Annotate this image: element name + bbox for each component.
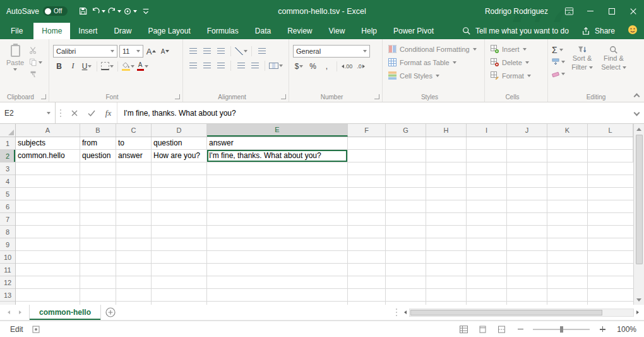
col-header-F[interactable]: F [348, 124, 386, 137]
tab-formulas[interactable]: Formulas [199, 23, 247, 39]
percent-style-button[interactable]: % [307, 60, 319, 72]
row-header-9[interactable]: 9 [0, 238, 15, 251]
col-header-H[interactable]: H [426, 124, 467, 137]
scroll-right-button[interactable] [636, 310, 639, 314]
tab-help[interactable]: Help [353, 23, 385, 39]
cell-L1[interactable] [588, 137, 633, 150]
col-header-A[interactable]: A [16, 124, 80, 137]
cell-J2[interactable] [507, 150, 547, 162]
alignment-dialog-launcher[interactable] [281, 94, 286, 99]
row-header-13[interactable]: 13 [0, 289, 15, 302]
fill-color-button[interactable] [122, 60, 134, 72]
col-header-J[interactable]: J [507, 124, 547, 137]
macro-record-button[interactable] [32, 326, 40, 333]
format-cells-button[interactable]: Format [489, 69, 544, 82]
col-header-E[interactable]: E [207, 124, 348, 137]
cell-C1[interactable]: to [116, 137, 152, 150]
tab-insert[interactable]: Insert [70, 23, 105, 39]
vertical-scrollbar[interactable] [633, 124, 644, 305]
normal-view-button[interactable] [457, 323, 470, 336]
tab-power-pivot[interactable]: Power Pivot [385, 23, 442, 39]
merge-center-button[interactable] [269, 59, 283, 71]
zoom-slider-thumb[interactable] [560, 326, 563, 333]
minimize-button[interactable] [580, 0, 601, 22]
formula-bar-drag-handle[interactable] [56, 102, 66, 123]
tab-file[interactable]: File [0, 23, 33, 39]
cell-I2[interactable] [467, 150, 507, 162]
font-dialog-launcher[interactable] [175, 94, 180, 99]
cell-D1[interactable]: question [152, 137, 207, 150]
fill-button[interactable] [552, 57, 565, 67]
increase-decimal-button[interactable]: .00 [341, 60, 353, 72]
decrease-font-size-button[interactable]: A [159, 46, 171, 58]
clear-button[interactable] [552, 69, 565, 79]
paste-button[interactable]: Paste [4, 42, 27, 92]
italic-button[interactable]: I [67, 60, 79, 72]
col-header-I[interactable]: I [467, 124, 507, 137]
tell-me-search[interactable]: Tell me what you want to do [462, 27, 569, 35]
orientation-button[interactable] [235, 45, 247, 57]
col-header-B[interactable]: B [80, 124, 116, 137]
font-size-dropdown-arrow[interactable] [136, 50, 140, 52]
new-sheet-button[interactable] [101, 305, 120, 320]
ribbon-display-options-button[interactable] [558, 0, 580, 22]
cell-B1[interactable]: from [80, 137, 116, 150]
row-header-4[interactable]: 4 [0, 175, 15, 188]
page-break-view-button[interactable] [495, 323, 508, 336]
conditional-formatting-button[interactable]: Conditional Formatting [386, 42, 481, 56]
number-dialog-launcher[interactable] [374, 94, 379, 99]
format-painter-button[interactable] [29, 70, 42, 79]
decrease-decimal-button[interactable]: .0 [355, 60, 367, 72]
col-header-D[interactable]: D [152, 124, 207, 137]
zoom-level[interactable]: 100% [615, 325, 636, 334]
row-header-8[interactable]: 8 [0, 226, 15, 238]
expand-formula-bar-button[interactable] [629, 102, 644, 123]
cell-A2[interactable]: common.hello [16, 150, 80, 162]
cell-K1[interactable] [547, 137, 588, 150]
cell-L2[interactable] [588, 150, 633, 162]
cell-J1[interactable] [507, 137, 547, 150]
share-button[interactable]: Share [581, 27, 615, 35]
cell-I1[interactable] [467, 137, 507, 150]
cell-E1[interactable]: answer [207, 137, 348, 150]
cell-B2[interactable]: question [80, 150, 116, 162]
horizontal-scrollbar[interactable] [391, 305, 644, 320]
close-button[interactable] [623, 0, 644, 22]
bold-button[interactable]: B [53, 60, 65, 72]
row-header-5[interactable]: 5 [0, 188, 15, 200]
borders-button[interactable] [101, 60, 114, 72]
tab-data[interactable]: Data [247, 23, 279, 39]
row-header-1[interactable]: 1 [0, 137, 15, 150]
name-box[interactable]: E2 [0, 102, 56, 123]
cell-H2[interactable] [426, 150, 467, 162]
tab-view[interactable]: View [321, 23, 354, 39]
find-select-button[interactable]: Find & Select [599, 42, 628, 92]
user-account[interactable]: Rodrigo Rodriguez [485, 7, 548, 16]
cell-E2-active[interactable]: I'm fine, thanks. What about you? [207, 150, 348, 162]
maximize-button[interactable] [601, 0, 623, 22]
redo-button[interactable] [107, 3, 122, 20]
format-as-table-button[interactable]: Format as Table [386, 56, 481, 69]
font-name-dropdown-arrow[interactable] [110, 50, 114, 52]
row-header-7[interactable]: 7 [0, 213, 15, 226]
increase-font-size-button[interactable]: A [145, 46, 157, 58]
col-header-K[interactable]: K [547, 124, 588, 137]
tab-draw[interactable]: Draw [105, 23, 140, 39]
name-box-dropdown-arrow[interactable] [47, 112, 51, 114]
col-header-G[interactable]: G [386, 124, 426, 137]
feedback-smiley-button[interactable] [628, 25, 638, 37]
scroll-down-button[interactable] [634, 295, 644, 305]
tab-page-layout[interactable]: Page Layout [140, 23, 198, 39]
cell-G1[interactable] [386, 137, 426, 150]
number-format-dropdown-arrow[interactable] [363, 50, 367, 52]
cell-A1[interactable]: subjects [16, 137, 80, 150]
cell-F2[interactable] [348, 150, 386, 162]
zoom-out-button[interactable] [514, 323, 527, 336]
wrap-text-button[interactable] [256, 45, 268, 57]
confirm-entry-button[interactable] [83, 102, 100, 123]
zoom-in-button[interactable] [596, 323, 609, 336]
tab-review[interactable]: Review [279, 23, 320, 39]
cell-H1[interactable] [426, 137, 467, 150]
zoom-slider[interactable] [533, 329, 590, 330]
insert-function-button[interactable]: fx [100, 102, 117, 123]
